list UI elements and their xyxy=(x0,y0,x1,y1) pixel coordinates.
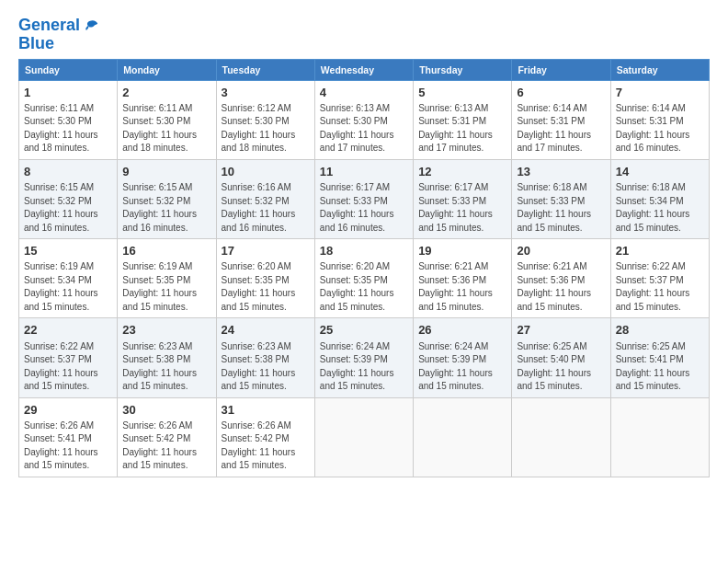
calendar-cell: 27Sunrise: 6:25 AM Sunset: 5:40 PM Dayli… xyxy=(512,318,610,397)
day-number: 12 xyxy=(418,164,506,180)
day-number: 3 xyxy=(222,85,310,101)
calendar-cell: 28Sunrise: 6:25 AM Sunset: 5:41 PM Dayli… xyxy=(610,318,709,397)
calendar-cell: 30Sunrise: 6:26 AM Sunset: 5:42 PM Dayli… xyxy=(118,397,216,477)
day-number: 7 xyxy=(616,85,704,101)
day-number: 16 xyxy=(122,243,210,259)
day-info: Sunrise: 6:17 AM Sunset: 5:33 PM Dayligh… xyxy=(418,181,506,235)
weekday-header-wednesday: Wednesday xyxy=(314,59,413,80)
day-number: 2 xyxy=(122,85,210,101)
logo-text-blue: Blue xyxy=(18,35,100,53)
calendar-cell: 14Sunrise: 6:18 AM Sunset: 5:34 PM Dayli… xyxy=(610,159,709,238)
day-info: Sunrise: 6:25 AM Sunset: 5:41 PM Dayligh… xyxy=(616,340,704,394)
calendar-week-row: 15Sunrise: 6:19 AM Sunset: 5:34 PM Dayli… xyxy=(19,239,710,318)
day-info: Sunrise: 6:26 AM Sunset: 5:42 PM Dayligh… xyxy=(222,419,310,473)
calendar-table: SundayMondayTuesdayWednesdayThursdayFrid… xyxy=(18,59,710,477)
calendar-cell: 31Sunrise: 6:26 AM Sunset: 5:42 PM Dayli… xyxy=(216,397,314,477)
day-info: Sunrise: 6:22 AM Sunset: 5:37 PM Dayligh… xyxy=(24,340,112,394)
weekday-header-friday: Friday xyxy=(512,59,610,80)
day-number: 11 xyxy=(320,164,408,180)
calendar-header-row: SundayMondayTuesdayWednesdayThursdayFrid… xyxy=(19,59,710,80)
weekday-header-tuesday: Tuesday xyxy=(216,59,314,80)
day-info: Sunrise: 6:26 AM Sunset: 5:42 PM Dayligh… xyxy=(122,419,210,473)
day-number: 14 xyxy=(616,164,704,180)
day-number: 19 xyxy=(418,243,506,259)
calendar-week-row: 1Sunrise: 6:11 AM Sunset: 5:30 PM Daylig… xyxy=(19,80,710,159)
day-number: 25 xyxy=(320,322,408,339)
day-info: Sunrise: 6:20 AM Sunset: 5:35 PM Dayligh… xyxy=(320,260,408,314)
day-number: 15 xyxy=(24,243,112,259)
calendar-cell: 24Sunrise: 6:23 AM Sunset: 5:38 PM Dayli… xyxy=(216,318,314,397)
calendar-cell: 13Sunrise: 6:18 AM Sunset: 5:33 PM Dayli… xyxy=(512,159,610,238)
calendar-cell: 12Sunrise: 6:17 AM Sunset: 5:33 PM Dayli… xyxy=(414,159,512,238)
day-info: Sunrise: 6:15 AM Sunset: 5:32 PM Dayligh… xyxy=(122,181,210,235)
calendar-cell: 23Sunrise: 6:23 AM Sunset: 5:38 PM Dayli… xyxy=(118,318,216,397)
day-number: 8 xyxy=(24,164,112,180)
day-info: Sunrise: 6:24 AM Sunset: 5:39 PM Dayligh… xyxy=(320,340,408,394)
day-info: Sunrise: 6:21 AM Sunset: 5:36 PM Dayligh… xyxy=(418,260,506,314)
day-info: Sunrise: 6:16 AM Sunset: 5:32 PM Dayligh… xyxy=(222,181,310,235)
header: General Blue xyxy=(18,17,710,53)
day-info: Sunrise: 6:15 AM Sunset: 5:32 PM Dayligh… xyxy=(24,181,112,235)
day-info: Sunrise: 6:23 AM Sunset: 5:38 PM Dayligh… xyxy=(122,340,210,394)
day-info: Sunrise: 6:17 AM Sunset: 5:33 PM Dayligh… xyxy=(320,181,408,235)
day-number: 29 xyxy=(24,402,112,419)
day-info: Sunrise: 6:11 AM Sunset: 5:30 PM Dayligh… xyxy=(24,102,112,155)
day-number: 4 xyxy=(320,85,408,101)
day-number: 21 xyxy=(616,243,704,259)
calendar-cell: 7Sunrise: 6:14 AM Sunset: 5:31 PM Daylig… xyxy=(610,80,709,159)
logo-bird-icon xyxy=(82,17,100,35)
calendar-cell: 25Sunrise: 6:24 AM Sunset: 5:39 PM Dayli… xyxy=(314,318,413,397)
day-info: Sunrise: 6:18 AM Sunset: 5:34 PM Dayligh… xyxy=(616,181,704,235)
day-number: 18 xyxy=(320,243,408,259)
calendar-cell xyxy=(512,397,610,477)
day-info: Sunrise: 6:19 AM Sunset: 5:35 PM Dayligh… xyxy=(122,260,210,314)
day-info: Sunrise: 6:20 AM Sunset: 5:35 PM Dayligh… xyxy=(222,260,310,314)
day-number: 6 xyxy=(517,85,605,101)
calendar-cell xyxy=(314,397,413,477)
day-number: 27 xyxy=(517,322,605,339)
day-number: 1 xyxy=(24,85,112,101)
weekday-header-thursday: Thursday xyxy=(414,59,512,80)
calendar-week-row: 8Sunrise: 6:15 AM Sunset: 5:32 PM Daylig… xyxy=(19,159,710,238)
calendar-cell: 8Sunrise: 6:15 AM Sunset: 5:32 PM Daylig… xyxy=(19,159,118,238)
calendar-cell xyxy=(414,397,512,477)
calendar-cell: 4Sunrise: 6:13 AM Sunset: 5:30 PM Daylig… xyxy=(314,80,413,159)
day-info: Sunrise: 6:22 AM Sunset: 5:37 PM Dayligh… xyxy=(616,260,704,314)
day-number: 10 xyxy=(222,164,310,180)
day-info: Sunrise: 6:25 AM Sunset: 5:40 PM Dayligh… xyxy=(517,340,605,394)
weekday-header-monday: Monday xyxy=(118,59,216,80)
day-number: 13 xyxy=(517,164,605,180)
calendar-cell: 6Sunrise: 6:14 AM Sunset: 5:31 PM Daylig… xyxy=(512,80,610,159)
day-number: 30 xyxy=(122,402,210,419)
calendar-cell: 29Sunrise: 6:26 AM Sunset: 5:41 PM Dayli… xyxy=(19,397,118,477)
calendar-cell: 2Sunrise: 6:11 AM Sunset: 5:30 PM Daylig… xyxy=(118,80,216,159)
weekday-header-saturday: Saturday xyxy=(610,59,709,80)
day-info: Sunrise: 6:11 AM Sunset: 5:30 PM Dayligh… xyxy=(122,102,210,155)
calendar-cell: 5Sunrise: 6:13 AM Sunset: 5:31 PM Daylig… xyxy=(414,80,512,159)
day-info: Sunrise: 6:24 AM Sunset: 5:39 PM Dayligh… xyxy=(418,340,506,394)
day-number: 22 xyxy=(24,322,112,339)
weekday-header-sunday: Sunday xyxy=(19,59,118,80)
calendar-week-row: 29Sunrise: 6:26 AM Sunset: 5:41 PM Dayli… xyxy=(19,397,710,477)
day-info: Sunrise: 6:14 AM Sunset: 5:31 PM Dayligh… xyxy=(616,102,704,155)
day-info: Sunrise: 6:26 AM Sunset: 5:41 PM Dayligh… xyxy=(24,419,112,473)
day-info: Sunrise: 6:19 AM Sunset: 5:34 PM Dayligh… xyxy=(24,260,112,314)
day-number: 24 xyxy=(222,322,310,339)
day-info: Sunrise: 6:18 AM Sunset: 5:33 PM Dayligh… xyxy=(517,181,605,235)
day-number: 5 xyxy=(418,85,506,101)
calendar-cell: 17Sunrise: 6:20 AM Sunset: 5:35 PM Dayli… xyxy=(216,239,314,318)
day-info: Sunrise: 6:21 AM Sunset: 5:36 PM Dayligh… xyxy=(517,260,605,314)
calendar-cell: 19Sunrise: 6:21 AM Sunset: 5:36 PM Dayli… xyxy=(414,239,512,318)
calendar-cell: 16Sunrise: 6:19 AM Sunset: 5:35 PM Dayli… xyxy=(118,239,216,318)
calendar-cell xyxy=(610,397,709,477)
logo-text: General xyxy=(18,17,80,35)
day-number: 23 xyxy=(122,322,210,339)
calendar-cell: 10Sunrise: 6:16 AM Sunset: 5:32 PM Dayli… xyxy=(216,159,314,238)
calendar-cell: 20Sunrise: 6:21 AM Sunset: 5:36 PM Dayli… xyxy=(512,239,610,318)
day-number: 28 xyxy=(616,322,704,339)
day-info: Sunrise: 6:13 AM Sunset: 5:30 PM Dayligh… xyxy=(320,102,408,155)
day-info: Sunrise: 6:12 AM Sunset: 5:30 PM Dayligh… xyxy=(222,102,310,155)
calendar-cell: 11Sunrise: 6:17 AM Sunset: 5:33 PM Dayli… xyxy=(314,159,413,238)
day-number: 9 xyxy=(122,164,210,180)
calendar-week-row: 22Sunrise: 6:22 AM Sunset: 5:37 PM Dayli… xyxy=(19,318,710,397)
